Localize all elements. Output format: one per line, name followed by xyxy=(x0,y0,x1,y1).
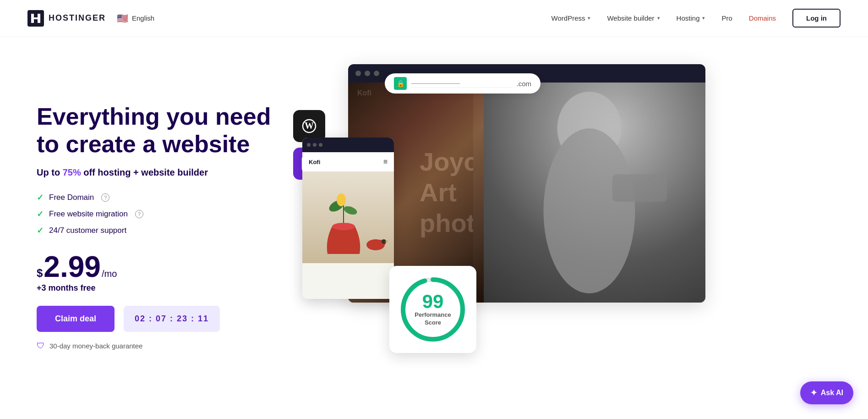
svg-point-13 xyxy=(332,223,355,230)
logo[interactable]: HOSTINGER xyxy=(27,10,106,27)
ask-ai-button[interactable]: ✦ Ask AI xyxy=(800,381,853,404)
svg-point-11 xyxy=(343,204,358,216)
svg-point-7 xyxy=(544,128,635,293)
feature-migration: ✓ Free website migration ? xyxy=(37,209,275,219)
mobile-site-name: Kofi xyxy=(309,159,320,165)
mobile-image-area xyxy=(302,171,394,263)
check-icon: ✓ xyxy=(37,193,44,203)
nav-wordpress[interactable]: WordPress ▾ xyxy=(551,14,591,22)
browser-dot-1 xyxy=(355,71,361,76)
left-panel: Everything you need to create a website … xyxy=(37,103,275,351)
mobile-header: Kofi ≡ xyxy=(302,152,394,171)
performance-inner: 99 Performance Score xyxy=(415,292,451,327)
url-domain: .com xyxy=(516,80,531,88)
language-label: English xyxy=(132,14,154,22)
sparkle-icon: ✦ xyxy=(810,388,817,398)
discount-highlight: 75% xyxy=(63,167,81,177)
mobile-content: Kofi ≡ xyxy=(302,152,394,299)
hostinger-logo-icon xyxy=(27,10,44,27)
price-bonus: +3 months free xyxy=(37,283,275,293)
chevron-down-icon: ▾ xyxy=(588,15,590,21)
price-main: 2.99 xyxy=(44,252,101,281)
flag-icon: 🇺🇸 xyxy=(117,13,128,24)
performance-circle: 99 Performance Score xyxy=(399,275,467,344)
guarantee: 🛡 30-day money-back guarantee xyxy=(37,341,275,351)
hero-title: Everything you need to create a website xyxy=(37,103,275,158)
language-selector[interactable]: 🇺🇸 English xyxy=(117,13,154,24)
feature-domain: ✓ Free Domain ? xyxy=(37,193,275,203)
mobile-dot-3 xyxy=(319,143,322,147)
check-icon: ✓ xyxy=(37,209,44,219)
right-panel: W 🔒 ────────── .com xyxy=(293,55,841,399)
info-icon[interactable]: ? xyxy=(101,193,109,202)
url-bar-floating: 🔒 ────────── .com xyxy=(385,73,540,94)
feature-support: ✓ 24/7 customer support xyxy=(37,226,275,236)
nav-hosting[interactable]: Hosting ▾ xyxy=(677,14,705,22)
logo-text: HOSTINGER xyxy=(49,13,106,23)
nav-pro[interactable]: Pro xyxy=(721,14,732,22)
performance-score-card: 99 Performance Score xyxy=(389,266,476,353)
price-period: /mo xyxy=(102,269,117,279)
mobile-dot-2 xyxy=(313,143,317,147)
price-dollar: $ xyxy=(37,267,43,280)
info-icon[interactable]: ? xyxy=(135,210,143,218)
ask-ai-label: Ask AI xyxy=(821,389,843,397)
mobile-dot-1 xyxy=(307,143,311,147)
main-content: Everything you need to create a website … xyxy=(0,37,868,417)
lock-icon: 🔒 xyxy=(394,77,407,90)
svg-point-12 xyxy=(337,193,346,206)
shield-icon: 🛡 xyxy=(37,341,45,351)
mobile-bar xyxy=(302,138,394,152)
nav-domains[interactable]: Domains xyxy=(749,14,776,22)
hero-subtitle: Up to 75% off hosting + website builder xyxy=(37,167,275,178)
browser-dot-2 xyxy=(365,71,370,76)
performance-label: Performance Score xyxy=(415,311,451,327)
url-placeholder: ────────── xyxy=(411,79,512,88)
chevron-down-icon: ▾ xyxy=(702,15,705,21)
features-list: ✓ Free Domain ? ✓ Free website migration… xyxy=(37,193,275,236)
price-line: $ 2.99 /mo xyxy=(37,252,275,281)
svg-rect-8 xyxy=(612,174,667,202)
mobile-mockup: Kofi ≡ xyxy=(302,138,394,299)
countdown-timer: 02 : 07 : 23 : 11 xyxy=(124,306,220,332)
person-photo xyxy=(473,83,705,303)
svg-text:W: W xyxy=(305,121,314,131)
claim-deal-button[interactable]: Claim deal xyxy=(37,306,115,332)
check-icon: ✓ xyxy=(37,226,44,236)
header: HOSTINGER 🇺🇸 English WordPress ▾ Website… xyxy=(0,0,868,37)
hamburger-icon: ≡ xyxy=(383,158,388,166)
bird-illustration xyxy=(362,231,389,254)
nav-website-builder[interactable]: Website builder ▾ xyxy=(607,14,660,22)
cta-row: Claim deal 02 : 07 : 23 : 11 xyxy=(37,306,275,332)
chevron-down-icon: ▾ xyxy=(657,15,660,21)
performance-score: 99 xyxy=(415,292,451,311)
price-section: $ 2.99 /mo +3 months free xyxy=(37,252,275,293)
login-button[interactable]: Log in xyxy=(792,9,841,28)
browser-dot-3 xyxy=(374,71,379,76)
header-left: HOSTINGER 🇺🇸 English xyxy=(27,10,154,27)
main-nav: WordPress ▾ Website builder ▾ Hosting ▾ … xyxy=(551,9,841,28)
